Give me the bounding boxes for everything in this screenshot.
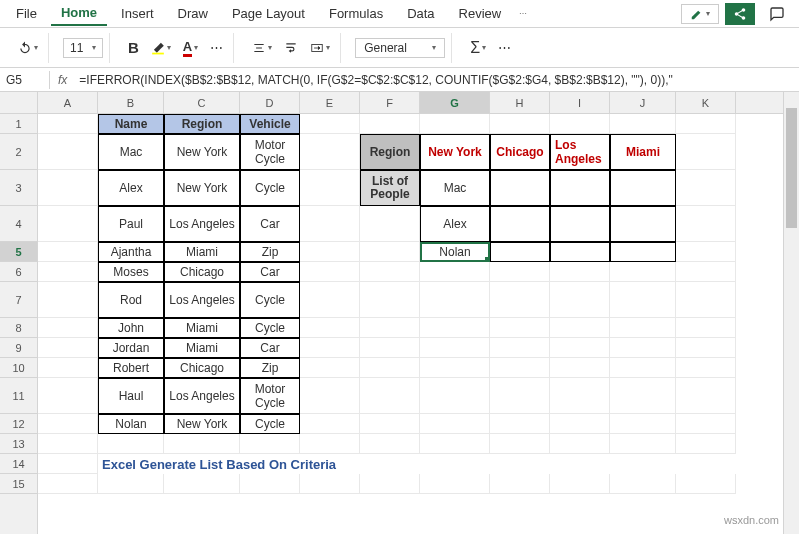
t1-cell[interactable]: Car — [240, 206, 300, 242]
menu-more[interactable]: ⋯ — [515, 7, 531, 20]
t1-cell[interactable]: Los Angeles — [164, 282, 240, 318]
row-header-7[interactable]: 7 — [0, 282, 37, 318]
col-header-j[interactable]: J — [610, 92, 676, 113]
row-header-13[interactable]: 13 — [0, 434, 37, 454]
t1-header-vehicle[interactable]: Vehicle — [240, 114, 300, 134]
t1-cell[interactable]: Nolan — [98, 414, 164, 434]
menu-data[interactable]: Data — [397, 2, 444, 25]
t2-cell[interactable] — [610, 242, 676, 262]
row-header-15[interactable]: 15 — [0, 474, 37, 494]
menu-draw[interactable]: Draw — [168, 2, 218, 25]
selected-cell-g5[interactable]: Nolan — [420, 242, 490, 262]
t2-cell[interactable] — [490, 242, 550, 262]
merge-button[interactable]: ▾ — [306, 39, 334, 57]
t2-cell[interactable] — [610, 206, 676, 242]
row-header-2[interactable]: 2 — [0, 134, 37, 170]
t1-cell[interactable]: Car — [240, 338, 300, 358]
row-header-11[interactable]: 11 — [0, 378, 37, 414]
menu-formulas[interactable]: Formulas — [319, 2, 393, 25]
menu-review[interactable]: Review — [449, 2, 512, 25]
t1-cell[interactable]: Ajantha — [98, 242, 164, 262]
t2-cell[interactable] — [550, 242, 610, 262]
col-header-a[interactable]: A — [38, 92, 98, 113]
t2-cell[interactable] — [610, 170, 676, 206]
fill-color-button[interactable]: ▾ — [147, 39, 175, 57]
t1-cell[interactable]: Los Angeles — [164, 206, 240, 242]
t1-cell[interactable]: Cycle — [240, 282, 300, 318]
t1-cell[interactable]: Jordan — [98, 338, 164, 358]
t1-cell[interactable]: Alex — [98, 170, 164, 206]
t1-cell[interactable]: Car — [240, 262, 300, 282]
t1-cell[interactable]: Motor Cycle — [240, 134, 300, 170]
menu-file[interactable]: File — [6, 2, 47, 25]
comments-button[interactable] — [761, 2, 793, 26]
col-header-h[interactable]: H — [490, 92, 550, 113]
t1-cell[interactable]: New York — [164, 170, 240, 206]
t2-cell[interactable] — [490, 206, 550, 242]
t1-cell[interactable]: Chicago — [164, 262, 240, 282]
t1-cell[interactable]: Robert — [98, 358, 164, 378]
share-button[interactable] — [725, 3, 755, 25]
col-header-d[interactable]: D — [240, 92, 300, 113]
number-format-select[interactable]: General▾ — [355, 38, 445, 58]
t1-cell[interactable]: Paul — [98, 206, 164, 242]
col-header-f[interactable]: F — [360, 92, 420, 113]
font-size-input[interactable]: 11▾ — [63, 38, 103, 58]
t2-region[interactable]: Los Angeles — [550, 134, 610, 170]
row-header-14[interactable]: 14 — [0, 454, 37, 474]
fx-icon[interactable]: fx — [50, 73, 75, 87]
col-header-g[interactable]: G — [420, 92, 490, 113]
vertical-scrollbar[interactable] — [783, 92, 799, 534]
t1-header-name[interactable]: Name — [98, 114, 164, 134]
t1-header-region[interactable]: Region — [164, 114, 240, 134]
scrollbar-thumb[interactable] — [786, 108, 797, 228]
t2-cell[interactable]: Mac — [420, 170, 490, 206]
t1-cell[interactable]: Cycle — [240, 318, 300, 338]
t2-region[interactable]: New York — [420, 134, 490, 170]
menu-insert[interactable]: Insert — [111, 2, 164, 25]
t1-cell[interactable]: New York — [164, 414, 240, 434]
col-header-k[interactable]: K — [676, 92, 736, 113]
t1-cell[interactable]: Chicago — [164, 358, 240, 378]
t2-region[interactable]: Miami — [610, 134, 676, 170]
align-center-button[interactable]: ▾ — [248, 39, 276, 57]
t1-cell[interactable]: Mac — [98, 134, 164, 170]
autosum-button[interactable]: Σ▾ — [466, 37, 490, 59]
t2-region-label[interactable]: Region — [360, 134, 420, 170]
font-more[interactable]: ⋯ — [206, 38, 227, 57]
t2-cell[interactable] — [490, 170, 550, 206]
t1-cell[interactable]: Los Angeles — [164, 378, 240, 414]
toolbar-more[interactable]: ⋯ — [494, 38, 515, 57]
t2-region[interactable]: Chicago — [490, 134, 550, 170]
col-header-b[interactable]: B — [98, 92, 164, 113]
formula-input[interactable]: =IFERROR(INDEX($B$2:$B$12, MATCH(0, IF(G… — [75, 71, 799, 89]
pen-button[interactable]: ▾ — [681, 4, 719, 24]
t1-cell[interactable]: Motor Cycle — [240, 378, 300, 414]
t1-cell[interactable]: Rod — [98, 282, 164, 318]
t1-cell[interactable]: Moses — [98, 262, 164, 282]
t2-cell[interactable]: Alex — [420, 206, 490, 242]
col-header-c[interactable]: C — [164, 92, 240, 113]
undo-button[interactable]: ▾ — [14, 39, 42, 57]
t2-cell[interactable] — [550, 206, 610, 242]
select-all-cell[interactable] — [0, 92, 37, 114]
row-header-4[interactable]: 4 — [0, 206, 37, 242]
cell-grid[interactable]: Name Region Vehicle Mac New York Motor C… — [38, 114, 799, 494]
row-header-5[interactable]: 5 — [0, 242, 37, 262]
t1-cell[interactable]: Zip — [240, 242, 300, 262]
t1-cell[interactable]: Cycle — [240, 414, 300, 434]
font-color-button[interactable]: A ▾ — [179, 37, 202, 59]
t1-cell[interactable]: Zip — [240, 358, 300, 378]
t1-cell[interactable]: Miami — [164, 318, 240, 338]
row-header-3[interactable]: 3 — [0, 170, 37, 206]
row-header-8[interactable]: 8 — [0, 318, 37, 338]
cell-reference-box[interactable]: G5 — [0, 71, 50, 89]
t1-cell[interactable]: Miami — [164, 338, 240, 358]
t1-cell[interactable]: Cycle — [240, 170, 300, 206]
col-header-i[interactable]: I — [550, 92, 610, 113]
t1-cell[interactable]: Haul — [98, 378, 164, 414]
t2-cell[interactable] — [550, 170, 610, 206]
row-header-9[interactable]: 9 — [0, 338, 37, 358]
row-header-1[interactable]: 1 — [0, 114, 37, 134]
wrap-text-button[interactable] — [280, 39, 302, 57]
